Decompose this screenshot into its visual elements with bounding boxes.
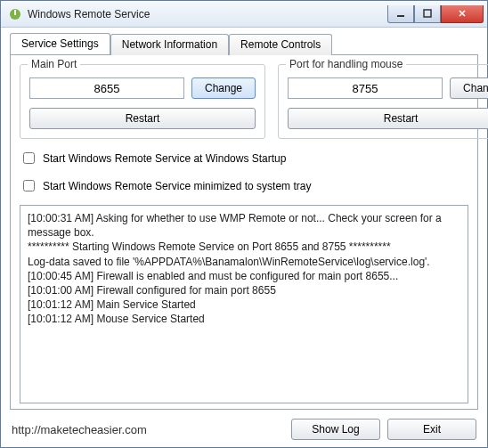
exit-button[interactable]: Exit <box>387 419 476 440</box>
mouse-port-input[interactable] <box>288 77 443 99</box>
checkbox-startup-label: Start Windows Remote Service at Windows … <box>43 152 286 165</box>
show-log-button[interactable]: Show Log <box>291 419 380 440</box>
close-button[interactable] <box>441 5 484 23</box>
client-area: Service Settings Network Information Rem… <box>1 28 487 413</box>
checkbox-startup[interactable] <box>23 152 35 164</box>
maximize-button[interactable] <box>414 5 441 23</box>
main-port-restart-button[interactable]: Restart <box>29 108 256 129</box>
svg-rect-3 <box>424 10 431 17</box>
titlebar[interactable]: Windows Remote Service <box>1 1 487 28</box>
tab-panel-service: Main Port Change Restart Port for handli… <box>10 54 478 410</box>
footer: http://maketecheasier.com Show Log Exit <box>1 413 487 447</box>
footer-url: http://maketecheasier.com <box>12 423 284 436</box>
tab-network-information[interactable]: Network Information <box>110 34 229 55</box>
app-window: Windows Remote Service Service Settings … <box>0 0 488 448</box>
main-port-change-button[interactable]: Change <box>191 77 256 99</box>
tab-service-settings[interactable]: Service Settings <box>10 33 110 54</box>
group-main-port: Main Port Change Restart <box>20 64 265 139</box>
checkbox-tray-row[interactable]: Start Windows Remote Service minimized t… <box>20 177 468 194</box>
group-mouse-port: Port for handling mouse Change Restart <box>278 64 488 139</box>
log-output: [10:00:31 AM] Asking for whether to use … <box>20 205 468 403</box>
window-title: Windows Remote Service <box>28 8 387 20</box>
minimize-button[interactable] <box>387 5 414 23</box>
tabstrip: Service Settings Network Information Rem… <box>10 33 478 54</box>
svg-rect-2 <box>397 15 404 17</box>
main-port-legend: Main Port <box>28 58 80 70</box>
main-port-input[interactable] <box>29 77 184 99</box>
tab-remote-controls[interactable]: Remote Controls <box>229 34 332 55</box>
checkbox-tray[interactable] <box>23 180 35 191</box>
app-icon <box>8 7 22 21</box>
mouse-port-legend: Port for handling mouse <box>286 58 406 70</box>
mouse-port-change-button[interactable]: Change <box>450 77 488 99</box>
mouse-port-restart-button[interactable]: Restart <box>288 108 488 129</box>
svg-rect-1 <box>14 10 16 15</box>
window-controls <box>387 5 484 23</box>
checkbox-tray-label: Start Windows Remote Service minimized t… <box>43 180 311 192</box>
checkbox-startup-row[interactable]: Start Windows Remote Service at Windows … <box>20 150 468 167</box>
